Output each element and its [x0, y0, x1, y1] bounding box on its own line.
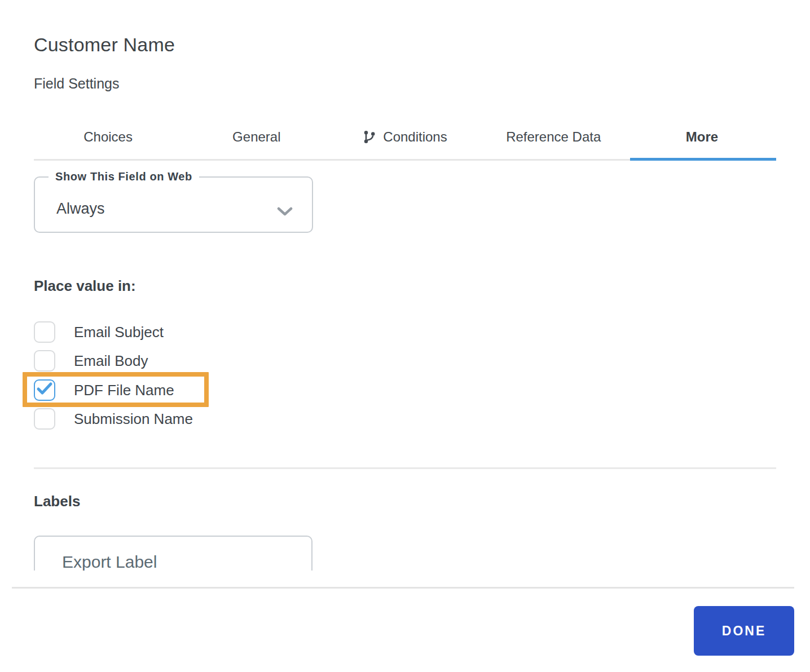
tab-conditions-label: Conditions — [383, 129, 447, 145]
done-button[interactable]: DONE — [694, 606, 794, 656]
checkbox-row-email-body[interactable]: Email Body — [34, 350, 148, 372]
tab-choices-label: Choices — [83, 129, 133, 145]
checkbox-row-email-subject[interactable]: Email Subject — [34, 321, 164, 343]
show-field-on-web-label: Show This Field on Web — [49, 170, 199, 183]
checkbox-row-submission-name[interactable]: Submission Name — [34, 408, 193, 430]
checkbox-row-pdf-file-name[interactable]: PDF File Name — [34, 379, 174, 401]
show-field-on-web-select[interactable]: Show This Field on Web Always — [34, 170, 313, 233]
field-settings-dialog: Customer Name Field Settings Choices Gen… — [0, 0, 810, 672]
labels-heading: Labels — [34, 493, 80, 510]
git-branch-icon — [363, 130, 376, 144]
tab-more-label: More — [686, 129, 718, 145]
tab-reference-data[interactable]: Reference Data — [479, 114, 628, 159]
submission-name-checkbox[interactable] — [34, 408, 55, 430]
show-field-on-web-value: Always — [56, 200, 105, 218]
tab-reference-data-label: Reference Data — [506, 129, 601, 145]
tab-general[interactable]: General — [182, 114, 331, 159]
pdf-file-name-label: PDF File Name — [74, 382, 174, 399]
tab-general-label: General — [232, 129, 280, 145]
tab-more[interactable]: More — [628, 114, 776, 159]
email-body-checkbox[interactable] — [34, 350, 55, 372]
tab-bar: Choices General Conditions Re — [34, 114, 776, 161]
page-subtitle: Field Settings — [34, 76, 119, 92]
submission-name-label: Submission Name — [74, 410, 193, 428]
footer-divider — [12, 587, 794, 589]
dialog-scroll-area[interactable]: Customer Name Field Settings Choices Gen… — [0, 0, 810, 571]
email-subject-checkbox[interactable] — [34, 321, 55, 343]
page-title: Customer Name — [34, 34, 175, 56]
export-label-input-label: Export Label — [62, 552, 157, 571]
checkmark-icon — [36, 382, 53, 399]
export-label-input[interactable]: Export Label — [34, 536, 312, 571]
tab-choices[interactable]: Choices — [34, 114, 182, 159]
section-divider — [34, 467, 776, 469]
tab-conditions[interactable]: Conditions — [331, 114, 479, 159]
place-value-heading: Place value in: — [34, 277, 136, 295]
chevron-down-icon — [277, 207, 293, 219]
email-subject-label: Email Subject — [74, 324, 164, 341]
email-body-label: Email Body — [74, 352, 148, 370]
pdf-file-name-checkbox[interactable] — [34, 379, 55, 401]
